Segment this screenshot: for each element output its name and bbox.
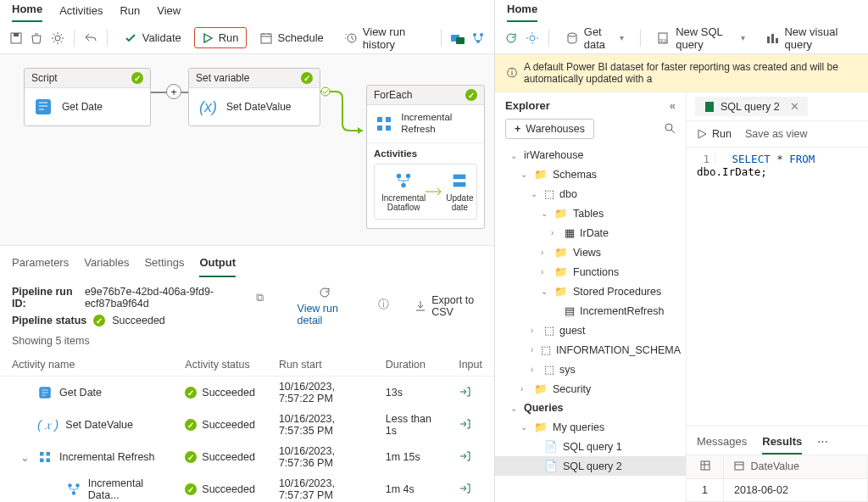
svg-rect-23 [40,452,44,456]
settings-icon[interactable] [50,29,65,47]
table-row[interactable]: ( 𝑥 )Set DateValueSucceeded10/16/2023, 7… [0,409,494,441]
info-icon[interactable]: ⓘ [378,298,389,312]
save-icon[interactable] [8,29,24,47]
tab-run[interactable]: Run [120,1,140,22]
svg-rect-20 [453,175,466,180]
results-grid: DateValue 1 2018-06-02 [687,455,868,502]
view-run-detail-link[interactable]: View run detail [298,303,353,326]
svg-point-18 [406,174,411,179]
schedule-label: Schedule [278,31,324,44]
table-row[interactable]: Incremental Data...Succeeded10/16/2023, … [0,473,494,502]
svg-point-39 [665,124,672,131]
tree-myqueries[interactable]: ⌄📁 My queries [495,417,686,437]
validate-button[interactable]: Validate [116,27,189,49]
tree-incref[interactable]: ▤ IncrementRefresh [495,301,686,321]
tree-schemas[interactable]: ⌄📁 Schemas [495,165,686,184]
svg-rect-42 [735,462,743,470]
add-connector-icon[interactable]: + [166,84,181,99]
output-tabs: Parameters Variables Settings Output [0,245,494,277]
sql-editor[interactable]: 1 SELECT * FROM dbo.IrDate; [687,148,868,426]
tab-output[interactable]: Output [199,253,236,277]
inner-activity-dataflow[interactable]: Incremental Dataflow [381,171,426,212]
tree-warehouse[interactable]: ⌄irWarehouse [495,146,686,165]
tab-messages[interactable]: Messages [697,430,747,455]
input-icon[interactable] [459,450,470,462]
new-visual-query-button[interactable]: New visual query [758,21,860,55]
refresh-icon[interactable] [504,29,519,47]
table-row[interactable]: ⌄Incremental RefreshSucceeded10/16/2023,… [0,441,494,473]
tab-results[interactable]: Results [762,430,802,455]
node-script-title: Script [31,72,58,84]
tree-sql-query-1[interactable]: 📄 SQL query 1 [495,437,686,456]
input-icon[interactable] [459,418,470,430]
discard-icon[interactable] [29,29,44,47]
col-activity-name[interactable]: Activity name [0,354,173,376]
sql-run-button[interactable]: Run [697,128,732,140]
new-sql-query-button[interactable]: SQL New SQL query ▾ [649,21,753,55]
tree-security[interactable]: ›📁 Security [495,379,686,399]
tree-views[interactable]: ›📁 Views [495,243,686,262]
close-icon[interactable]: ✕ [790,100,799,113]
svg-rect-24 [47,452,51,456]
tree-dbo[interactable]: ⌄⬚ dbo [495,184,686,204]
export-csv-link[interactable]: Export to CSV [431,294,482,318]
copy-icon[interactable]: ⧉ [256,292,264,304]
tree-sys[interactable]: ›⬚ sys [495,360,686,379]
input-icon[interactable] [459,386,470,398]
col-input[interactable]: Input [447,354,494,376]
tree-infoschema[interactable]: ›⬚ INFORMATION_SCHEMA [495,340,686,360]
save-as-view-link[interactable]: Save as view [745,128,808,140]
tab-home[interactable]: Home [12,0,42,22]
more-icon[interactable]: ⋯ [817,430,828,455]
tab-variables[interactable]: Variables [84,253,129,277]
col-run-start[interactable]: Run start [267,354,374,376]
left-tabs: Home Activities Run View [0,0,494,22]
warehouses-button[interactable]: +Warehouses [505,119,594,139]
svg-rect-38 [776,38,778,43]
tree-functions[interactable]: ›📁 Functions [495,262,686,282]
right-tab-home[interactable]: Home [507,0,537,22]
col-activity-status[interactable]: Activity status [173,354,267,376]
node-setvariable[interactable]: Set variable (x) Set DateValue [188,68,320,126]
tree-sql-query-2[interactable]: 📄 SQL query 2 [495,456,686,476]
collapse-icon[interactable]: « [670,99,676,112]
tree-irdate[interactable]: ›▦ IrDate [495,223,686,243]
table-icon [700,460,710,471]
chevron-down-icon: ▾ [620,33,624,42]
left-toolbar: Validate Run Schedule View run history [0,22,494,54]
sql-tab[interactable]: SQL query 2 ✕ [695,97,808,116]
col-datevalue[interactable]: DateValue [724,455,868,479]
tree-tables[interactable]: ⌄📁 Tables [495,204,686,223]
get-data-button[interactable]: Get data ▾ [558,21,632,55]
undo-icon[interactable] [83,29,98,47]
tab-settings[interactable]: Settings [144,253,184,277]
status-value: Succeeded [112,315,165,326]
run-button[interactable]: Run [194,27,247,48]
tree-sprocs[interactable]: ⌄📁 Stored Procedures [495,282,686,301]
branch-icon[interactable] [470,29,486,47]
svg-rect-1 [14,33,19,36]
pipeline-canvas[interactable]: Script Get Date + Set variable (x) Set D… [0,54,494,245]
tab-activities[interactable]: Activities [59,1,103,22]
tab-view[interactable]: View [157,1,181,22]
tree-queries[interactable]: ⌄Queries [495,399,686,417]
table-row[interactable]: Get DateSucceeded10/16/2023, 7:57:22 PM1… [0,376,494,410]
input-icon[interactable] [459,482,470,494]
arrow-right-icon [426,187,446,196]
refresh-icon[interactable] [318,286,331,299]
variable-icon[interactable] [449,29,465,47]
history-button[interactable]: View run history [337,21,432,55]
inner-activity-update[interactable]: Update date [446,171,473,212]
showing-count: Showing 5 items [0,335,494,354]
gear-icon[interactable] [524,29,539,47]
col-duration[interactable]: Duration [374,354,447,376]
tab-parameters[interactable]: Parameters [12,253,69,277]
search-icon[interactable] [664,122,676,137]
run-label: Run [219,31,239,44]
node-script[interactable]: Script Get Date [24,68,151,126]
table-row[interactable]: 1 2018-06-02 [687,479,868,502]
node-foreach[interactable]: ForEach Incremental Refresh Activities I… [366,85,485,229]
tree-guest[interactable]: ›⬚ guest [495,321,686,340]
variable-activity-icon: (x) [196,95,220,119]
schedule-button[interactable]: Schedule [252,27,331,49]
